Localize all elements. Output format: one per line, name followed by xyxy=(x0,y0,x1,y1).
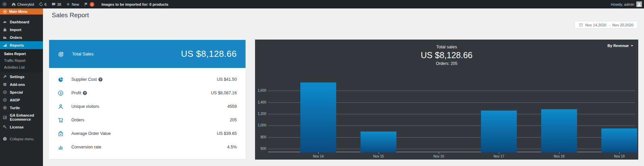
total-sales-label: Total Sales xyxy=(72,51,94,56)
admin-top-bar: W Cheerykid 6 38 New 1 Images to be impo… xyxy=(0,0,644,8)
sidebar-item-label: GA Enhanced Ecommerce xyxy=(10,113,40,121)
target-icon xyxy=(58,51,65,57)
x-axis-tick xyxy=(439,152,439,154)
sidebar-item-main-menu[interactable]: W Main Menu xyxy=(0,8,43,15)
bar-nov-18[interactable] xyxy=(541,109,577,152)
sidebar-item-orders[interactable]: Orders xyxy=(0,33,43,41)
cart-icon xyxy=(58,117,64,123)
avatar[interactable] xyxy=(636,1,642,7)
bar-nov-15[interactable] xyxy=(361,132,396,152)
sidebar-item-label: Turtle xyxy=(10,106,20,110)
sidebar-item-label: Orders xyxy=(10,35,22,40)
sidebar-item-label: AliOP xyxy=(10,98,20,102)
site-name-link[interactable]: Cheerykid xyxy=(9,0,37,8)
date-range-separator: - xyxy=(609,23,610,27)
submenu-item-sales-report[interactable]: Sales Report xyxy=(0,50,43,57)
svg-text:W: W xyxy=(4,10,6,13)
y-axis-label: 1,000 xyxy=(246,123,266,127)
x-axis-tick xyxy=(619,152,620,154)
help-icon[interactable]: ? xyxy=(98,77,102,81)
flag-icon xyxy=(84,2,88,6)
collapse-arrow-icon xyxy=(3,137,7,141)
stat-label: Unique visitors xyxy=(71,104,99,109)
comments-button[interactable]: 38 xyxy=(49,0,64,8)
sidebar-item-turtle[interactable]: Turtle xyxy=(0,104,43,112)
update-icon xyxy=(39,2,43,6)
home-icon xyxy=(12,2,16,6)
stat-label: Orders xyxy=(71,118,84,122)
main-menu-label: Main Menu xyxy=(9,9,27,14)
sidebar-item-license[interactable]: License xyxy=(0,123,43,131)
bar-chart-icon xyxy=(58,144,64,150)
x-axis-label: Nov 19 xyxy=(604,155,635,158)
bar-nov-17[interactable] xyxy=(481,111,517,152)
svg-text:$: $ xyxy=(60,91,62,95)
x-axis-tick xyxy=(499,152,499,154)
turtle-icon xyxy=(3,105,7,110)
stat-label: Supplier Cost xyxy=(71,77,97,82)
smiley-icon xyxy=(3,98,7,102)
y-axis-label: 800 xyxy=(246,135,266,139)
sidebar-item-aliop[interactable]: AliOP xyxy=(0,96,43,104)
sidebar: W Main Menu DashboardImportOrdersReports… xyxy=(0,8,43,166)
plugin-notifications-button[interactable]: 1 xyxy=(82,0,97,8)
sidebar-item-reports[interactable]: Reports xyxy=(0,41,43,49)
sidebar-item-special[interactable]: Special xyxy=(0,88,43,96)
chart-line-icon xyxy=(3,43,7,47)
stat-label: Conversion rate xyxy=(71,145,101,149)
wordpress-logo-icon: W xyxy=(2,2,7,6)
sidebar-item-settings[interactable]: Settings xyxy=(0,73,43,80)
chart-area-icon xyxy=(3,35,7,40)
wordpress-logo-icon: W xyxy=(3,9,7,14)
howdy-admin-link[interactable]: Howdy, admin xyxy=(611,2,634,6)
stat-row-average-order-value: Average Order ValueUS $39.65 xyxy=(58,127,237,140)
wordpress-menu-button[interactable]: W xyxy=(0,0,9,8)
x-axis-tick xyxy=(318,152,319,154)
sidebar-item-label: Special xyxy=(10,90,23,94)
comment-count: 38 xyxy=(57,2,61,6)
collapse-menu-button[interactable]: Collapse menu xyxy=(0,135,43,143)
sidebar-item-add-ons[interactable]: Add-ons xyxy=(0,80,43,88)
sidebar-item-import[interactable]: Import xyxy=(0,26,43,33)
new-label: New xyxy=(72,2,79,6)
reports-submenu: Sales ReportTraffic ReportActivities Lis… xyxy=(0,49,43,73)
notification-badge: 1 xyxy=(90,2,94,7)
calendar-icon xyxy=(579,23,583,27)
stat-row-supplier-cost: Supplier Cost?US $41.50 xyxy=(58,73,237,86)
submenu-item-activities-list[interactable]: Activities List xyxy=(0,64,43,71)
speedometer-icon xyxy=(3,20,7,24)
submenu-item-traffic-report[interactable]: Traffic Report xyxy=(0,57,43,64)
stat-value: 205 xyxy=(230,118,237,122)
update-count: 6 xyxy=(45,2,47,6)
sidebar-item-label: License xyxy=(10,125,24,129)
sidebar-item-label: Dashboard xyxy=(10,20,29,24)
pie-chart-icon xyxy=(58,77,64,82)
plus-icon xyxy=(66,2,70,6)
x-axis-label: Nov 15 xyxy=(363,155,394,158)
sales-chart-panel: Total sales US $8,128.66 Orders: 205 By … xyxy=(255,40,638,160)
x-axis-label: Nov 18 xyxy=(544,155,574,158)
stat-label: Average Order Value xyxy=(71,131,111,136)
sidebar-item-label: Add-ons xyxy=(10,82,25,87)
y-axis-label: 1,600 xyxy=(246,89,266,92)
stat-row-orders: Orders205 xyxy=(58,113,237,127)
sidebar-menu: DashboardImportOrdersReportsSales Report… xyxy=(0,18,43,131)
new-content-button[interactable]: New xyxy=(64,0,82,8)
dollar-circle-icon: $ xyxy=(58,90,64,96)
y-axis-label: 600 xyxy=(246,147,266,150)
bar-nov-19[interactable] xyxy=(601,128,637,152)
total-sales-value: US $8,128.66 xyxy=(181,49,237,59)
updates-button[interactable]: 6 xyxy=(37,0,49,8)
help-icon[interactable]: ? xyxy=(83,91,87,95)
sidebar-item-ga-enhanced-ecommerce[interactable]: GA Enhanced Ecommerce xyxy=(0,112,43,123)
stat-label: Profit xyxy=(71,91,81,95)
bag-check-icon xyxy=(58,131,64,137)
bar-nov-14[interactable] xyxy=(300,82,336,152)
stats-list: Supplier Cost?US $41.50$Profit?US $8,087… xyxy=(49,68,246,154)
stat-row-conversion-rate: Conversion rate4.5% xyxy=(58,140,237,154)
site-name-label: Cheerykid xyxy=(17,2,34,6)
date-range-picker[interactable]: Nov 14,2020 - Nov 20,2020 xyxy=(574,21,638,29)
total-sales-header: Total Sales US $8,128.66 xyxy=(49,40,246,68)
key-icon xyxy=(3,125,7,129)
sidebar-item-dashboard[interactable]: Dashboard xyxy=(0,18,43,26)
